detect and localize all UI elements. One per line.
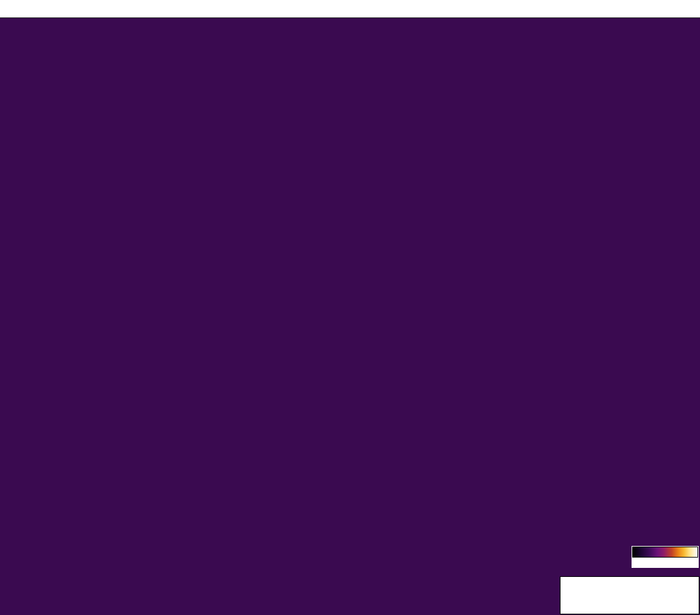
observation-info-box [560,576,699,614]
color-scale-legend [632,546,699,568]
spectrogram-app-window [0,0,700,615]
spectrogram-waterfall[interactable] [0,18,700,615]
color-scale-labels [632,560,698,568]
color-scale-gradient [632,547,698,558]
frequency-ruler[interactable] [0,0,700,18]
